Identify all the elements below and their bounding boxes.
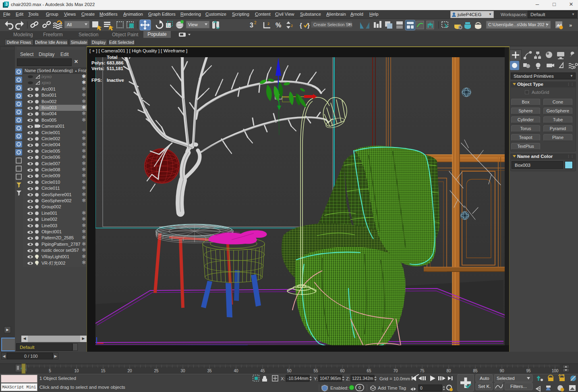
svg-text:{: { (300, 22, 302, 29)
svg-text:»: » (569, 22, 572, 28)
svg-text:1047.965m: 1047.965m (320, 376, 341, 381)
svg-text:Add Time Tag: Add Time Tag (378, 386, 406, 390)
svg-text:Y:: Y: (314, 376, 318, 381)
svg-text:3: 3 (250, 22, 253, 29)
svg-text:X:: X: (281, 376, 285, 381)
svg-text:Create Selection Set: Create Selection Set (313, 22, 352, 27)
svg-text:-10.544mm: -10.544mm (287, 376, 309, 381)
svg-text:Selected: Selected (497, 376, 515, 381)
svg-text:All: All (67, 22, 72, 27)
svg-text:0: 0 (420, 386, 423, 390)
svg-text:35: 35 (207, 369, 212, 373)
svg-text:85: 85 (473, 369, 478, 373)
svg-text:95: 95 (526, 369, 531, 373)
svg-text:65: 65 (367, 369, 371, 373)
svg-text:2: 2 (254, 21, 257, 25)
svg-text:Polys:: Polys: (91, 60, 106, 65)
svg-text:60: 60 (340, 369, 345, 373)
svg-text:Grid = 10.0mm: Grid = 10.0mm (379, 376, 410, 381)
svg-text:Enabled:: Enabled: (330, 386, 348, 390)
svg-text:511,181: 511,181 (107, 66, 124, 71)
svg-text:80: 80 (446, 369, 451, 373)
svg-text:Verts:: Verts: (91, 66, 104, 71)
svg-text:30: 30 (180, 369, 185, 373)
svg-text:Z:: Z: (346, 376, 350, 381)
svg-text:%: % (276, 22, 281, 29)
svg-text:70: 70 (393, 369, 398, 373)
svg-text:75: 75 (420, 369, 425, 373)
svg-text:3: 3 (5, 2, 8, 6)
svg-text:[ + ] [ Camera001 ] [ High Qu: [ + ] [ Camera001 ] [ High Quality ] [ W… (89, 48, 187, 53)
svg-text:FPS:: FPS: (91, 78, 102, 83)
svg-text:5: 5 (49, 369, 51, 373)
svg-text:View: View (188, 22, 198, 27)
svg-text:100: 100 (552, 369, 559, 373)
svg-text:50: 50 (287, 369, 292, 373)
svg-text:40: 40 (234, 369, 238, 373)
svg-text:2: 2 (267, 22, 269, 26)
svg-text:2: 2 (291, 24, 293, 28)
svg-text:55: 55 (313, 369, 318, 373)
svg-text:90: 90 (499, 369, 504, 373)
svg-text:Set K.: Set K. (478, 384, 491, 389)
svg-text:0: 0 (358, 385, 361, 390)
svg-text:45: 45 (260, 369, 265, 373)
svg-text:10: 10 (74, 369, 79, 373)
svg-text:Inactive: Inactive (107, 78, 124, 83)
svg-text:Auto: Auto (480, 376, 489, 381)
svg-text:683,886: 683,886 (107, 60, 124, 65)
svg-text:C:\Users\julie...s\3ds Max 202: C:\Users\julie...s\3ds Max 202⋮ (488, 22, 549, 27)
svg-text:1221.342m: 1221.342m (352, 376, 373, 381)
svg-text:}: } (307, 22, 310, 29)
svg-text:Filters...: Filters... (510, 384, 527, 389)
svg-text:20: 20 (127, 369, 132, 373)
svg-text:Total: Total (107, 55, 118, 60)
svg-text:25: 25 (154, 369, 159, 373)
svg-text:15: 15 (101, 369, 106, 373)
